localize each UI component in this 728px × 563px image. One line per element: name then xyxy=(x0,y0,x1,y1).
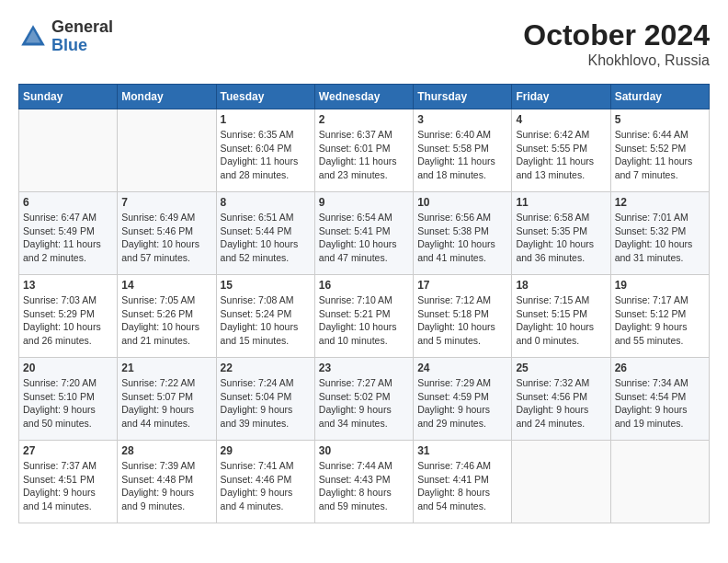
cell-content: Sunrise: 6:44 AM Sunset: 5:52 PM Dayligh… xyxy=(615,128,705,182)
calendar-cell xyxy=(118,109,216,192)
day-number: 18 xyxy=(516,279,606,292)
day-number: 11 xyxy=(516,196,606,209)
cell-content: Sunrise: 7:41 AM Sunset: 4:46 PM Dayligh… xyxy=(221,459,311,513)
cell-content: Sunrise: 7:24 AM Sunset: 5:04 PM Dayligh… xyxy=(221,376,311,431)
cell-content: Sunrise: 7:08 AM Sunset: 5:24 PM Dayligh… xyxy=(221,293,311,348)
day-header-saturday: Saturday xyxy=(610,85,709,109)
calendar-cell: 9Sunrise: 6:54 AM Sunset: 5:41 PM Daylig… xyxy=(314,192,413,275)
calendar-cell: 1Sunrise: 6:35 AM Sunset: 6:04 PM Daylig… xyxy=(216,109,314,192)
calendar-week-2: 6Sunrise: 6:47 AM Sunset: 5:49 PM Daylig… xyxy=(19,192,710,275)
day-number: 20 xyxy=(23,362,113,374)
calendar-week-5: 27Sunrise: 7:37 AM Sunset: 4:51 PM Dayli… xyxy=(19,441,710,523)
calendar-cell xyxy=(512,441,610,523)
day-number: 1 xyxy=(221,113,311,126)
day-header-monday: Monday xyxy=(118,85,216,109)
calendar-week-3: 13Sunrise: 7:03 AM Sunset: 5:29 PM Dayli… xyxy=(19,275,710,358)
calendar-cell: 14Sunrise: 7:05 AM Sunset: 5:26 PM Dayli… xyxy=(118,275,216,358)
month-title: October 2024 xyxy=(523,18,710,52)
calendar-cell: 30Sunrise: 7:44 AM Sunset: 4:43 PM Dayli… xyxy=(314,441,413,523)
logo: General Blue xyxy=(18,18,113,55)
cell-content: Sunrise: 7:10 AM Sunset: 5:21 PM Dayligh… xyxy=(319,293,409,348)
calendar-week-4: 20Sunrise: 7:20 AM Sunset: 5:10 PM Dayli… xyxy=(19,358,710,441)
day-number: 24 xyxy=(417,362,507,374)
day-number: 15 xyxy=(221,279,311,292)
calendar-cell: 6Sunrise: 6:47 AM Sunset: 5:49 PM Daylig… xyxy=(19,192,118,275)
cell-content: Sunrise: 7:27 AM Sunset: 5:02 PM Dayligh… xyxy=(319,376,409,431)
cell-content: Sunrise: 7:34 AM Sunset: 4:54 PM Dayligh… xyxy=(615,376,705,431)
calendar-cell: 2Sunrise: 6:37 AM Sunset: 6:01 PM Daylig… xyxy=(314,109,413,192)
cell-content: Sunrise: 6:42 AM Sunset: 5:55 PM Dayligh… xyxy=(516,128,606,182)
cell-content: Sunrise: 6:37 AM Sunset: 6:01 PM Dayligh… xyxy=(319,128,409,182)
cell-content: Sunrise: 6:54 AM Sunset: 5:41 PM Dayligh… xyxy=(319,211,409,265)
cell-content: Sunrise: 7:39 AM Sunset: 4:48 PM Dayligh… xyxy=(121,459,211,513)
day-number: 30 xyxy=(319,444,409,457)
day-header-sunday: Sunday xyxy=(19,85,118,109)
day-number: 19 xyxy=(615,279,705,292)
day-number: 4 xyxy=(516,113,606,126)
calendar-table: SundayMondayTuesdayWednesdayThursdayFrid… xyxy=(18,84,710,523)
day-header-wednesday: Wednesday xyxy=(314,85,413,109)
calendar-cell: 22Sunrise: 7:24 AM Sunset: 5:04 PM Dayli… xyxy=(216,358,314,441)
cell-content: Sunrise: 6:35 AM Sunset: 6:04 PM Dayligh… xyxy=(221,128,311,182)
cell-content: Sunrise: 7:20 AM Sunset: 5:10 PM Dayligh… xyxy=(23,376,113,431)
day-number: 16 xyxy=(319,279,409,292)
day-header-thursday: Thursday xyxy=(414,85,512,109)
calendar-cell: 20Sunrise: 7:20 AM Sunset: 5:10 PM Dayli… xyxy=(19,358,118,441)
day-number: 17 xyxy=(417,279,507,292)
cell-content: Sunrise: 7:46 AM Sunset: 4:41 PM Dayligh… xyxy=(417,459,507,513)
day-number: 6 xyxy=(23,196,113,209)
calendar-cell: 16Sunrise: 7:10 AM Sunset: 5:21 PM Dayli… xyxy=(314,275,413,358)
calendar-cell xyxy=(19,109,118,192)
cell-content: Sunrise: 7:03 AM Sunset: 5:29 PM Dayligh… xyxy=(23,293,113,348)
calendar-cell: 13Sunrise: 7:03 AM Sunset: 5:29 PM Dayli… xyxy=(19,275,118,358)
calendar-cell: 29Sunrise: 7:41 AM Sunset: 4:46 PM Dayli… xyxy=(216,441,314,523)
cell-content: Sunrise: 6:58 AM Sunset: 5:35 PM Dayligh… xyxy=(516,211,606,265)
cell-content: Sunrise: 7:37 AM Sunset: 4:51 PM Dayligh… xyxy=(23,459,113,513)
title-area: October 2024 Khokhlovo, Russia xyxy=(523,18,710,69)
day-number: 12 xyxy=(615,196,705,209)
logo-general: General xyxy=(51,17,113,36)
logo-icon xyxy=(18,22,48,52)
cell-content: Sunrise: 7:01 AM Sunset: 5:32 PM Dayligh… xyxy=(615,211,705,265)
day-number: 27 xyxy=(23,444,113,457)
calendar-cell xyxy=(610,441,709,523)
calendar-cell: 11Sunrise: 6:58 AM Sunset: 5:35 PM Dayli… xyxy=(512,192,610,275)
day-number: 28 xyxy=(121,444,211,457)
cell-content: Sunrise: 6:51 AM Sunset: 5:44 PM Dayligh… xyxy=(221,211,311,265)
calendar-body: 1Sunrise: 6:35 AM Sunset: 6:04 PM Daylig… xyxy=(19,109,710,523)
cell-content: Sunrise: 7:22 AM Sunset: 5:07 PM Dayligh… xyxy=(121,376,211,431)
logo-blue: Blue xyxy=(51,36,87,54)
calendar-cell: 25Sunrise: 7:32 AM Sunset: 4:56 PM Dayli… xyxy=(512,358,610,441)
calendar-cell: 5Sunrise: 6:44 AM Sunset: 5:52 PM Daylig… xyxy=(610,109,709,192)
day-header-tuesday: Tuesday xyxy=(216,85,314,109)
cell-content: Sunrise: 7:17 AM Sunset: 5:12 PM Dayligh… xyxy=(615,293,705,348)
header-row: SundayMondayTuesdayWednesdayThursdayFrid… xyxy=(19,85,710,109)
day-number: 29 xyxy=(221,444,311,457)
cell-content: Sunrise: 7:05 AM Sunset: 5:26 PM Dayligh… xyxy=(121,293,211,348)
day-number: 10 xyxy=(417,196,507,209)
calendar-cell: 24Sunrise: 7:29 AM Sunset: 4:59 PM Dayli… xyxy=(414,358,512,441)
day-number: 3 xyxy=(417,113,507,126)
cell-content: Sunrise: 6:47 AM Sunset: 5:49 PM Dayligh… xyxy=(23,211,113,265)
calendar-cell: 10Sunrise: 6:56 AM Sunset: 5:38 PM Dayli… xyxy=(414,192,512,275)
calendar-cell: 18Sunrise: 7:15 AM Sunset: 5:15 PM Dayli… xyxy=(512,275,610,358)
calendar-header: SundayMondayTuesdayWednesdayThursdayFrid… xyxy=(19,85,710,109)
day-header-friday: Friday xyxy=(512,85,610,109)
cell-content: Sunrise: 7:32 AM Sunset: 4:56 PM Dayligh… xyxy=(516,376,606,431)
day-number: 22 xyxy=(221,362,311,374)
day-number: 5 xyxy=(615,113,705,126)
cell-content: Sunrise: 7:12 AM Sunset: 5:18 PM Dayligh… xyxy=(417,293,507,348)
day-number: 26 xyxy=(615,362,705,374)
calendar-cell: 8Sunrise: 6:51 AM Sunset: 5:44 PM Daylig… xyxy=(216,192,314,275)
calendar-cell: 4Sunrise: 6:42 AM Sunset: 5:55 PM Daylig… xyxy=(512,109,610,192)
day-number: 21 xyxy=(121,362,211,374)
page-header: General Blue October 2024 Khokhlovo, Rus… xyxy=(18,18,710,69)
calendar-cell: 28Sunrise: 7:39 AM Sunset: 4:48 PM Dayli… xyxy=(118,441,216,523)
day-number: 14 xyxy=(121,279,211,292)
calendar-cell: 23Sunrise: 7:27 AM Sunset: 5:02 PM Dayli… xyxy=(314,358,413,441)
day-number: 25 xyxy=(516,362,606,374)
calendar-cell: 26Sunrise: 7:34 AM Sunset: 4:54 PM Dayli… xyxy=(610,358,709,441)
cell-content: Sunrise: 7:29 AM Sunset: 4:59 PM Dayligh… xyxy=(417,376,507,431)
cell-content: Sunrise: 6:49 AM Sunset: 5:46 PM Dayligh… xyxy=(121,211,211,265)
day-number: 9 xyxy=(319,196,409,209)
